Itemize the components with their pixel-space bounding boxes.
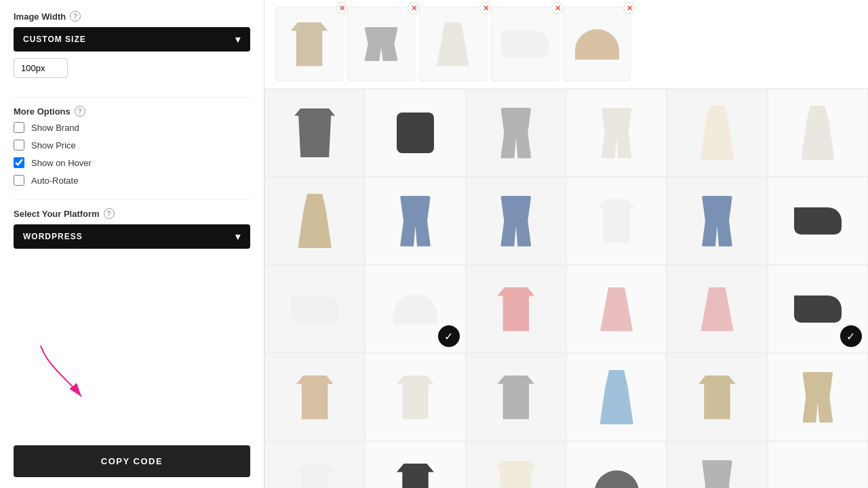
custom-size-label: CUSTOM SIZE bbox=[23, 35, 86, 44]
product-image bbox=[598, 370, 635, 424]
product-cell[interactable] bbox=[768, 177, 868, 265]
auto-rotate-checkbox[interactable] bbox=[14, 175, 24, 186]
copy-code-button[interactable]: COPY CODE bbox=[14, 445, 250, 477]
product-cell[interactable] bbox=[566, 441, 667, 488]
image-width-info-icon[interactable]: ? bbox=[70, 11, 81, 22]
product-cell[interactable] bbox=[365, 89, 465, 177]
selected-items-row: ✕ ✕ ✕ ✕ ✕ bbox=[264, 0, 868, 89]
product-cell[interactable] bbox=[466, 177, 566, 265]
product-image bbox=[799, 106, 836, 160]
product-cell[interactable] bbox=[667, 353, 767, 441]
platform-dropdown[interactable]: WORDPRESS ▾ bbox=[14, 224, 250, 249]
more-options-info-icon[interactable]: ? bbox=[75, 106, 85, 117]
product-image bbox=[397, 113, 434, 153]
product-cell[interactable] bbox=[466, 441, 566, 488]
show-on-hover-label: Show on Hover bbox=[31, 158, 92, 168]
product-cell[interactable] bbox=[466, 353, 566, 441]
remove-item-1-button[interactable]: ✕ bbox=[336, 2, 348, 14]
product-cell[interactable] bbox=[264, 177, 365, 265]
product-cell[interactable]: ✓ bbox=[768, 265, 868, 353]
product-image bbox=[596, 287, 637, 331]
product-cell[interactable] bbox=[768, 353, 868, 441]
product-cell[interactable] bbox=[365, 441, 465, 488]
product-cell[interactable] bbox=[566, 265, 667, 353]
selected-item-2-image bbox=[363, 27, 400, 61]
product-cell[interactable] bbox=[768, 89, 868, 177]
product-cell[interactable] bbox=[466, 265, 566, 353]
product-cell[interactable] bbox=[667, 177, 767, 265]
product-cell bbox=[768, 441, 868, 488]
product-image bbox=[698, 375, 736, 420]
product-image bbox=[698, 106, 736, 160]
platform-section-label-row: Select Your Platform ? bbox=[14, 208, 250, 219]
custom-size-dropdown[interactable]: CUSTOM SIZE ▾ bbox=[14, 27, 250, 52]
left-panel: Image Width ? CUSTOM SIZE ▾ More Options… bbox=[0, 0, 264, 488]
product-image bbox=[397, 375, 434, 420]
product-cell[interactable] bbox=[264, 353, 365, 441]
show-on-hover-checkbox[interactable] bbox=[14, 157, 24, 168]
product-grid: ✓ ✓ bbox=[264, 89, 868, 488]
product-image bbox=[696, 287, 737, 331]
product-image bbox=[496, 461, 536, 488]
product-image bbox=[294, 108, 335, 157]
product-image bbox=[291, 296, 338, 323]
product-cell[interactable] bbox=[667, 441, 767, 488]
product-image bbox=[497, 287, 534, 331]
remove-item-5-button[interactable]: ✕ bbox=[623, 2, 635, 14]
show-price-label: Show Price bbox=[31, 140, 76, 150]
platform-label: Select Your Platform bbox=[14, 209, 100, 219]
product-cell[interactable] bbox=[365, 177, 465, 265]
remove-item-4-button[interactable]: ✕ bbox=[551, 2, 564, 14]
show-price-row: Show Price bbox=[14, 140, 250, 150]
image-width-section: Image Width ? bbox=[14, 11, 250, 22]
product-cell[interactable] bbox=[264, 89, 365, 177]
product-cell[interactable]: ✓ bbox=[365, 265, 465, 353]
product-cell[interactable] bbox=[566, 177, 667, 265]
product-image bbox=[595, 470, 639, 489]
product-image bbox=[598, 199, 635, 243]
auto-rotate-row: Auto-Rotate bbox=[14, 175, 250, 186]
product-cell[interactable] bbox=[466, 89, 566, 177]
product-image bbox=[398, 196, 432, 247]
selected-check-icon: ✓ bbox=[438, 325, 460, 347]
platform-value: WORDPRESS bbox=[23, 232, 83, 241]
product-image bbox=[393, 294, 437, 325]
product-cell[interactable] bbox=[566, 89, 667, 177]
product-image bbox=[599, 108, 633, 159]
selected-item-1[interactable]: ✕ bbox=[275, 7, 343, 81]
remove-item-3-button[interactable]: ✕ bbox=[479, 2, 492, 14]
product-image bbox=[296, 464, 334, 489]
product-image bbox=[497, 375, 534, 420]
show-brand-label: Show Brand bbox=[31, 123, 79, 133]
product-image bbox=[700, 460, 734, 489]
selected-item-5[interactable]: ✕ bbox=[563, 7, 631, 81]
product-image bbox=[499, 108, 533, 159]
product-cell[interactable] bbox=[667, 265, 767, 353]
more-options-section: More Options ? Show Brand Show Price Sho… bbox=[14, 106, 250, 186]
chevron-down-icon: ▾ bbox=[235, 34, 241, 45]
show-brand-checkbox[interactable] bbox=[14, 122, 24, 133]
platform-chevron-icon: ▾ bbox=[235, 231, 241, 242]
product-image bbox=[794, 296, 842, 323]
selected-item-3[interactable]: ✕ bbox=[419, 7, 487, 81]
product-cell[interactable] bbox=[264, 265, 365, 353]
product-image bbox=[499, 196, 533, 247]
product-image bbox=[296, 194, 334, 248]
product-cell[interactable] bbox=[264, 441, 365, 488]
selected-item-4[interactable]: ✕ bbox=[491, 7, 559, 81]
product-image bbox=[801, 372, 835, 423]
show-price-checkbox[interactable] bbox=[14, 140, 24, 150]
product-cell[interactable] bbox=[566, 353, 667, 441]
product-cell[interactable] bbox=[667, 89, 767, 177]
show-brand-row: Show Brand bbox=[14, 122, 250, 133]
selected-item-2[interactable]: ✕ bbox=[347, 7, 415, 81]
selected-item-5-image bbox=[575, 29, 619, 60]
selected-item-1-image bbox=[291, 22, 328, 66]
product-cell[interactable] bbox=[365, 353, 465, 441]
selected-item-4-image bbox=[501, 30, 549, 58]
platform-info-icon[interactable]: ? bbox=[104, 208, 115, 219]
more-options-label: More Options bbox=[14, 106, 71, 117]
product-image bbox=[700, 196, 734, 247]
pixel-value-input[interactable] bbox=[14, 58, 68, 78]
remove-item-2-button[interactable]: ✕ bbox=[408, 2, 420, 14]
